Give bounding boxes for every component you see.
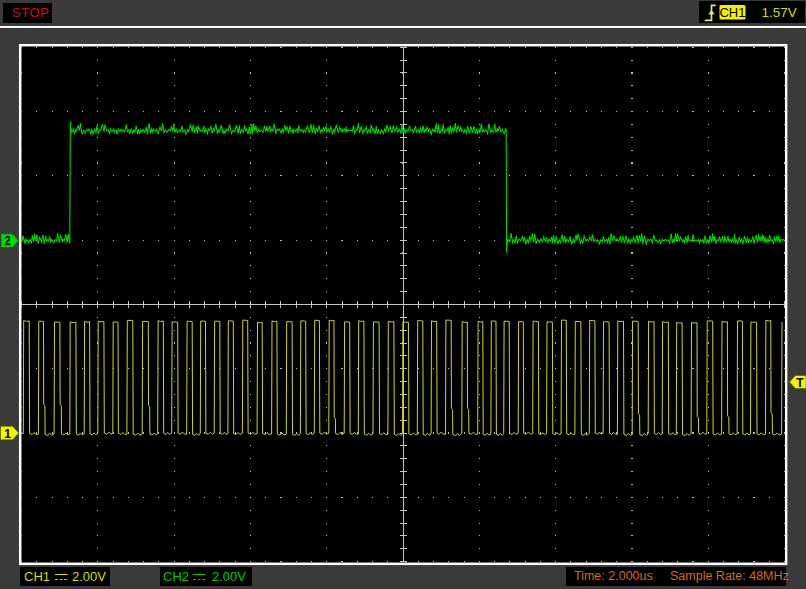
svg-text:1: 1 [4, 427, 11, 441]
svg-text:T: T [796, 376, 804, 390]
svg-text:2: 2 [4, 234, 11, 248]
